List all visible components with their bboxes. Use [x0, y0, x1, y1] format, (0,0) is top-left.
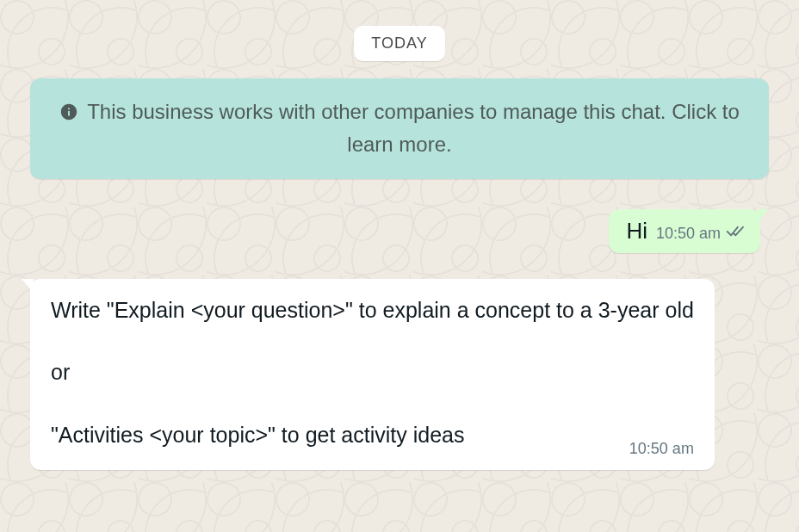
message-bubble-outgoing[interactable]: Hi 10:50 am: [609, 209, 760, 253]
date-badge-label: TODAY: [371, 34, 427, 52]
read-receipt-icon: [726, 223, 748, 244]
message-row-incoming: Write "Explain <your question>" to expla…: [30, 279, 769, 470]
message-time: 10:50 am: [629, 440, 694, 458]
message-row-outgoing: Hi 10:50 am: [30, 209, 769, 253]
info-icon: [59, 102, 78, 121]
message-meta: 10:50 am: [656, 223, 748, 244]
business-notice-text: This business works with other companies…: [87, 100, 740, 156]
date-badge: TODAY: [354, 26, 444, 61]
message-time: 10:50 am: [656, 225, 721, 243]
message-text: Hi: [626, 218, 647, 244]
message-text: Write "Explain <your question>" to expla…: [51, 294, 694, 450]
business-info-notice[interactable]: This business works with other companies…: [30, 78, 769, 179]
message-bubble-incoming[interactable]: Write "Explain <your question>" to expla…: [30, 279, 715, 470]
chat-container: TODAY This business works with other com…: [0, 0, 799, 487]
